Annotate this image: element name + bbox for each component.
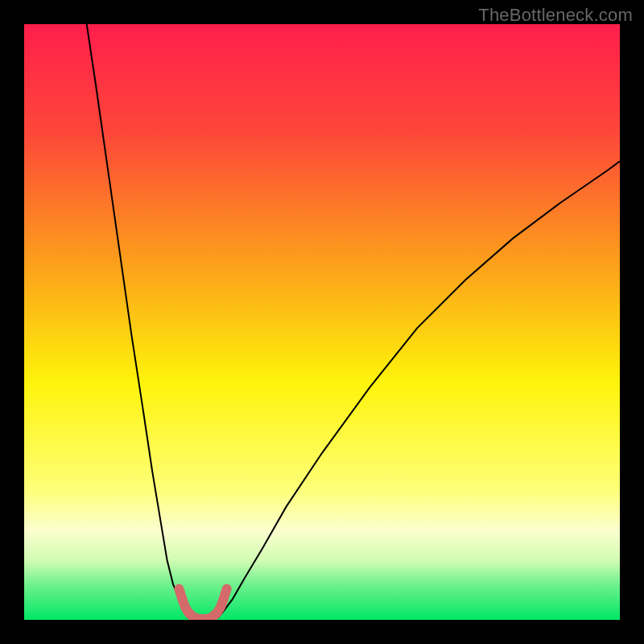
chart-frame [24,24,620,620]
bottleneck-chart [24,24,620,620]
gradient-background [24,24,620,620]
watermark-text: TheBottleneck.com [478,5,633,26]
